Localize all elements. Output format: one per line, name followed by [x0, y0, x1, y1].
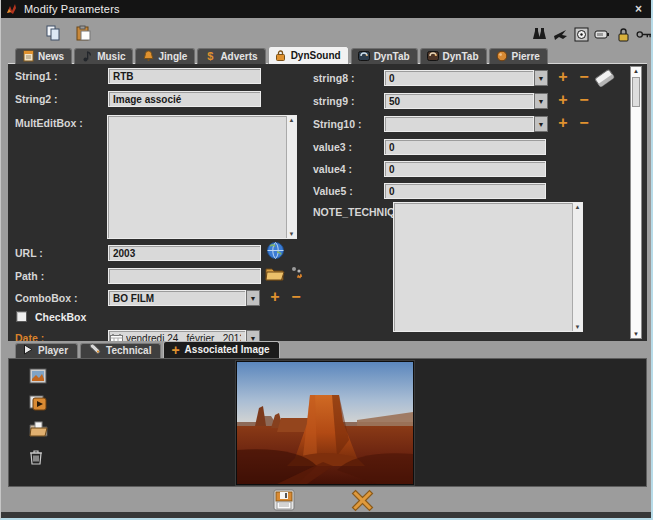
value5-label: Value5 : [313, 185, 353, 197]
plane-icon[interactable] [552, 26, 568, 42]
tab-label: Jingle [158, 51, 187, 62]
value3-label: value3 : [313, 141, 352, 153]
tab-dyntab-2[interactable]: DynTab [420, 48, 487, 64]
toolbar-left [45, 25, 91, 41]
form-scrollbar[interactable]: ▲ ▼ [630, 66, 642, 339]
globe-icon[interactable] [266, 241, 285, 264]
string10-add-button[interactable]: + [556, 116, 570, 131]
image-icon[interactable] [29, 367, 47, 385]
string8-remove-button[interactable]: − [577, 70, 591, 85]
date-input[interactable] [108, 330, 246, 341]
paste-icon[interactable] [75, 25, 91, 41]
bottom-tab-strip: Player Technical + Associated Image [15, 341, 280, 358]
associated-image-panel [8, 358, 647, 487]
string8-dropdown-icon[interactable]: ▼ [534, 70, 548, 86]
jingle-icon [142, 50, 154, 62]
lock-icon[interactable] [615, 26, 631, 42]
title-bar: Modify Parameters × [1, 0, 651, 18]
tab-music[interactable]: Music [74, 48, 133, 64]
date-dropdown-icon[interactable]: ▼ [246, 330, 260, 341]
combobox-input[interactable] [108, 290, 246, 306]
tab-label: Music [97, 51, 125, 62]
tab-label: News [38, 51, 64, 62]
scrollbar-thumb[interactable] [632, 77, 640, 107]
folder-import-icon[interactable] [29, 421, 48, 437]
combobox-label: ComboBox : [15, 292, 77, 304]
dollar-icon: $ [204, 50, 216, 62]
open-folder-icon[interactable] [265, 266, 285, 285]
multeditbox-textarea[interactable]: ▲ ▼ [107, 115, 297, 239]
tab-dyntab-1[interactable]: DynTab [351, 48, 418, 64]
toolbar-right [531, 26, 652, 42]
tab-adverts[interactable]: $ Adverts [197, 48, 265, 64]
checkbox-input[interactable] [16, 311, 27, 322]
combobox-dropdown-icon[interactable]: ▼ [246, 290, 260, 306]
note-technique-text[interactable] [394, 203, 572, 331]
path-input[interactable] [108, 268, 261, 284]
string10-dropdown-icon[interactable]: ▼ [534, 116, 548, 132]
string8-input[interactable] [384, 70, 534, 86]
tab-associated-image[interactable]: + Associated Image [163, 341, 279, 358]
string10-input[interactable] [384, 116, 534, 132]
tab-player[interactable]: Player [15, 343, 78, 358]
url-input[interactable] [108, 245, 261, 261]
string8-add-button[interactable]: + [556, 70, 570, 85]
tab-label: DynTab [443, 51, 479, 62]
scroll-up-icon[interactable]: ▲ [575, 204, 581, 210]
lock-icon [275, 49, 287, 61]
multeditbox-scrollbar[interactable]: ▲ ▼ [286, 116, 296, 238]
calendar-icon [110, 332, 123, 341]
tab-label: DynTab [374, 51, 410, 62]
value3-input[interactable] [384, 139, 546, 155]
string9-dropdown-icon[interactable]: ▼ [534, 93, 548, 109]
monument-valley-photo [237, 362, 413, 484]
binoculars-icon[interactable] [531, 26, 547, 42]
value4-input[interactable] [384, 161, 546, 177]
multeditbox-text[interactable] [108, 116, 286, 238]
pierre-icon [496, 50, 508, 62]
close-button[interactable]: × [635, 3, 642, 15]
combobox-remove-button[interactable]: − [289, 290, 303, 305]
string9-input[interactable] [384, 93, 534, 109]
tab-label: Associated Image [185, 344, 270, 355]
tab-dynsound[interactable]: DynSound [268, 46, 349, 64]
disk-icon[interactable] [573, 26, 589, 42]
scroll-down-icon[interactable]: ▼ [575, 324, 581, 330]
string9-add-button[interactable]: + [556, 93, 570, 108]
value5-input[interactable] [384, 183, 546, 199]
dyntab-icon [427, 50, 439, 62]
path-tools-icon[interactable] [289, 265, 305, 285]
string1-label: String1 : [15, 70, 58, 82]
tab-label: Adverts [220, 51, 257, 62]
string2-label: String2 : [15, 93, 58, 105]
value4-label: value4 : [313, 163, 352, 175]
checkbox-label: CheckBox [35, 311, 86, 323]
scroll-up-icon[interactable]: ▲ [289, 117, 295, 123]
battery-icon[interactable] [594, 26, 610, 42]
tab-jingle[interactable]: Jingle [135, 48, 195, 64]
string1-input[interactable] [108, 68, 261, 84]
copy-icon[interactable] [45, 25, 61, 41]
save-button[interactable] [273, 489, 295, 511]
tab-pierre[interactable]: Pierre [489, 48, 548, 64]
main-tab-strip: News Music Jingle $ Adverts DynSound Dyn… [15, 46, 548, 64]
scroll-up-icon[interactable]: ▲ [631, 67, 641, 75]
tab-technical[interactable]: Technical [80, 343, 161, 358]
note-technique-textarea[interactable]: ▲ ▼ [393, 202, 583, 332]
trash-icon[interactable] [29, 449, 43, 465]
scroll-down-icon[interactable]: ▼ [631, 330, 641, 338]
cancel-button[interactable] [351, 489, 374, 512]
scroll-down-icon[interactable]: ▼ [289, 231, 295, 237]
note-technique-scrollbar[interactable]: ▲ ▼ [572, 203, 582, 331]
image-play-icon[interactable] [29, 393, 47, 411]
tab-label: DynSound [291, 50, 341, 61]
string9-remove-button[interactable]: − [577, 93, 591, 108]
string10-remove-button[interactable]: − [577, 116, 591, 131]
string2-input[interactable] [108, 91, 261, 107]
tab-label: Pierre [512, 51, 540, 62]
tab-news[interactable]: News [15, 48, 72, 64]
combobox-add-button[interactable]: + [268, 290, 282, 305]
eraser-icon[interactable] [593, 65, 621, 92]
plus-icon: + [171, 343, 179, 357]
key-icon[interactable] [636, 26, 652, 42]
